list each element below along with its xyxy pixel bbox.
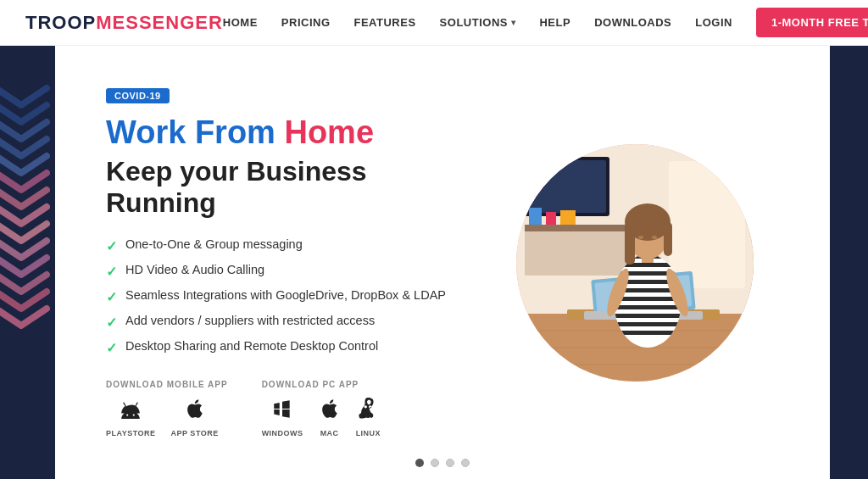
text-section: COVID-19 Work From Home Keep your Busine…: [106, 87, 491, 437]
download-mobile-icons: PLAYSTORE APP STORE: [106, 398, 228, 437]
feature-item: ✓One-to-One & Group messaging: [106, 237, 474, 254]
hero-circle: [516, 144, 754, 382]
svg-rect-27: [609, 322, 686, 326]
feature-item: ✓Seamless Integrations with GoogleDrive,…: [106, 288, 474, 305]
hero-illustration: [516, 144, 754, 382]
svg-rect-10: [529, 208, 542, 225]
check-icon: ✓: [106, 238, 117, 254]
playstore-label: PLAYSTORE: [106, 429, 156, 437]
download-section: DOWNLOAD MOBILE APP PLAYSTORE: [106, 380, 474, 437]
download-mac[interactable]: MAC: [319, 398, 341, 437]
nav: HOME PRICING FEATURES SOLUTIONS ▾ HELP D…: [223, 8, 868, 37]
svg-rect-9: [525, 225, 626, 276]
dot-0[interactable]: [415, 459, 424, 467]
download-pc-group: DOWNLOAD PC APP WINDOWS MAC: [262, 380, 381, 437]
svg-rect-32: [625, 222, 635, 265]
android-icon: [120, 398, 142, 426]
nav-help[interactable]: HELP: [539, 16, 570, 29]
covid-badge: COVID-19: [106, 88, 170, 103]
logo-messenger: MESSENGER: [96, 12, 223, 34]
nav-downloads[interactable]: DOWNLOADS: [594, 16, 671, 29]
feature-item: ✓Add vendors / suppliers with restricted…: [106, 314, 474, 331]
nav-solutions[interactable]: SOLUTIONS ▾: [440, 16, 516, 29]
check-icon: ✓: [106, 289, 117, 305]
nav-features[interactable]: FEATURES: [354, 16, 416, 29]
logo-troop: TROOP: [25, 12, 96, 34]
left-panel: [0, 46, 55, 479]
svg-rect-26: [609, 314, 686, 318]
linux-label: LINUX: [356, 429, 381, 437]
trial-button[interactable]: 1-MONTH FREE TRIAL: [756, 8, 868, 37]
check-icon: ✓: [106, 340, 117, 356]
apple-icon: [184, 398, 206, 426]
right-panel: [830, 46, 868, 479]
download-windows[interactable]: WINDOWS: [262, 398, 303, 437]
download-linux[interactable]: LINUX: [356, 398, 381, 437]
dot-1[interactable]: [431, 459, 439, 467]
linux-icon: [357, 398, 379, 426]
mac-label: MAC: [320, 429, 339, 437]
download-mobile-group: DOWNLOAD MOBILE APP PLAYSTORE: [106, 380, 228, 437]
svg-point-34: [638, 236, 643, 239]
nav-pricing[interactable]: PRICING: [281, 16, 331, 29]
nav-home[interactable]: HOME: [223, 16, 258, 29]
windows-label: WINDOWS: [262, 429, 303, 437]
hero-image-section: [491, 144, 779, 382]
main-content: COVID-19 Work From Home Keep your Busine…: [0, 46, 868, 479]
chevron-pattern: [0, 71, 55, 343]
header: TROOP MESSENGER HOME PRICING FEATURES SO…: [0, 0, 868, 46]
features-list: ✓One-to-One & Group messaging✓HD Video &…: [106, 237, 474, 356]
svg-rect-7: [528, 160, 606, 213]
headline-from: From: [195, 114, 285, 150]
feature-item: ✓Desktop Sharing and Remote Desktop Cont…: [106, 339, 474, 356]
svg-point-35: [652, 236, 657, 239]
headline-work: Work: [106, 114, 195, 150]
logo: TROOP MESSENGER: [25, 12, 223, 34]
download-mobile-label: DOWNLOAD MOBILE APP: [106, 380, 228, 389]
svg-rect-11: [546, 212, 556, 225]
chevron-down-icon: ▾: [511, 18, 516, 27]
headline: Work From Home: [106, 115, 474, 151]
download-pc-label: DOWNLOAD PC APP: [262, 380, 381, 389]
check-icon: ✓: [106, 264, 117, 280]
download-playstore[interactable]: PLAYSTORE: [106, 398, 156, 437]
svg-rect-12: [560, 210, 576, 225]
dot-3[interactable]: [461, 459, 470, 467]
subheadline: Keep your Business Running: [106, 156, 474, 219]
appstore-label: APP STORE: [171, 429, 219, 437]
svg-rect-33: [664, 222, 672, 256]
content-area: COVID-19 Work From Home Keep your Busine…: [55, 46, 830, 479]
windows-icon: [271, 398, 293, 426]
mac-icon: [319, 398, 341, 426]
svg-rect-25: [609, 305, 686, 309]
dot-2[interactable]: [446, 459, 454, 467]
feature-item: ✓HD Video & Audio Calling: [106, 263, 474, 280]
nav-login[interactable]: LOGIN: [695, 16, 732, 29]
check-icon: ✓: [106, 315, 117, 331]
dots-indicator: [415, 459, 470, 467]
download-pc-icons: WINDOWS MAC LINUX: [262, 398, 381, 437]
svg-rect-1: [669, 161, 745, 288]
download-appstore[interactable]: APP STORE: [171, 398, 219, 437]
headline-home: Home: [284, 114, 374, 150]
